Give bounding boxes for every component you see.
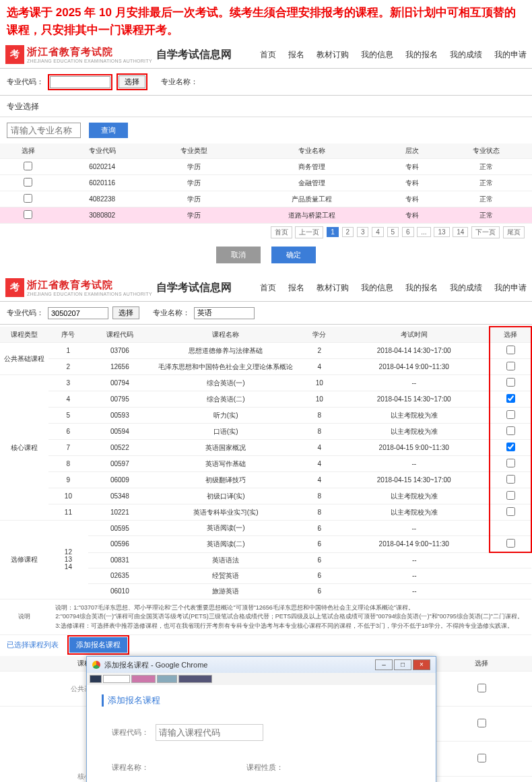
logo-badge: 考 [5,278,24,297]
popup-heading: 添加报名课程 [102,694,421,707]
major-search-input[interactable] [7,123,81,138]
course-checkbox[interactable] [477,754,486,762]
nav-myscore[interactable]: 我的成绩 [450,282,482,294]
field-code-label: 课程代码： [102,727,149,738]
course-code-input[interactable] [156,724,263,741]
page-num[interactable]: 6 [402,227,414,237]
course-checkbox[interactable] [506,459,515,467]
code-label: 专业代码： [7,308,44,318]
page-next[interactable]: 下一页 [471,226,500,238]
nav-signup[interactable]: 报名 [288,282,304,294]
org-name-en: ZHEJIANG EDUCATION EXAMINATIONS AUTHORIT… [27,59,152,63]
course-checkbox[interactable] [506,394,515,403]
col-select: 选择 [0,143,57,159]
nav-signup[interactable]: 报名 [288,49,304,61]
logo: 考 浙江省教育考试院 ZHEJIANG EDUCATION EXAMINATIO… [5,45,232,64]
add-course-popup: 添加报名课程 - Google Chrome – □ × 添加报名课程 课程代码… [86,656,436,782]
major-name-input[interactable] [194,307,255,319]
course-checkbox[interactable] [506,443,515,451]
logo-badge: 考 [5,45,24,64]
row-checkbox[interactable] [24,178,32,187]
nav-myapply[interactable]: 我的申请 [494,49,527,61]
course-checkbox[interactable] [506,507,515,516]
col-code: 专业代码 [57,143,148,159]
site-header-2: 考 浙江省教育考试院 ZHEJIANG EDUCATION EXAMINATIO… [0,275,532,300]
page-num[interactable]: 2 [342,227,354,237]
page-last[interactable]: 尾页 [503,226,525,238]
table-note: 说明：1:"03707毛泽东思想、邓小平理论和'三个代表'重要思想概论"可顶替"… [48,599,531,635]
nav-mysignup[interactable]: 我的报名 [405,282,438,294]
course-checkbox[interactable] [477,719,486,727]
row-checkbox[interactable] [24,210,32,219]
table-row: 6020214学历商务管理专科正常 [0,159,532,175]
page-num[interactable]: 1 [327,227,339,237]
popup-window-title: 添加报名课程 - Google Chrome [104,660,207,670]
name-label: 专业名称： [153,308,190,318]
course-checkbox[interactable] [477,684,486,692]
search-button[interactable]: 查询 [89,123,128,138]
site-header: 考 浙江省教育考试院 ZHEJIANG EDUCATION EXAMINATIO… [0,42,532,67]
popup-screenshot: 课程类型选择 公共基础课程30 核心课程7:00 30 7:00 30 选修课程… [0,656,532,782]
name-label: 专业名称： [161,77,198,87]
col-type: 专业类型 [148,143,240,159]
minimize-icon[interactable]: – [375,659,393,670]
nav-mysignup[interactable]: 我的报名 [405,49,438,61]
table-row: 3080802学历道路与桥梁工程专科正常 [0,207,532,224]
col-level: 层次 [384,143,440,159]
org-name: 浙江省教育考试院 [27,46,152,59]
maximize-icon[interactable]: □ [394,659,411,670]
nav-myapply[interactable]: 我的申请 [494,282,527,294]
select-major-button[interactable]: 选择 [119,75,145,88]
nav-myscore[interactable]: 我的成绩 [450,49,482,61]
pager: 首页 上一页 1 2 3 4 5 6 ... 13 14 下一页 尾页 [0,224,532,241]
code-label: 专业代码： [7,77,44,87]
row-checkbox[interactable] [24,162,32,170]
field-nature-label: 课程性质： [236,762,284,773]
major-table: 选择 专业代码 专业类型 专业名称 层次 专业状态 6020214学历商务管理专… [0,143,532,224]
close-icon[interactable]: × [413,659,430,670]
popup-titlebar: 添加报名课程 - Google Chrome – □ × [87,657,436,673]
confirm-button[interactable]: 确定 [271,247,316,263]
course-checkbox[interactable] [506,410,515,419]
major-form: 专业代码： 选择 专业名称： [0,70,532,94]
course-checkbox[interactable] [506,346,515,354]
nav-home[interactable]: 首页 [260,49,276,61]
course-checkbox[interactable] [506,426,515,435]
course-checkbox[interactable] [506,491,515,500]
page-prev[interactable]: 上一页 [295,226,323,238]
nav-books[interactable]: 教材订购 [317,49,349,61]
add-course-button[interactable]: 添加报名课程 [69,637,127,653]
select-major-button[interactable]: 选择 [112,306,139,319]
major-form-2: 专业代码： 选择 专业名称： [0,303,532,323]
nav-myinfo[interactable]: 我的信息 [361,49,393,61]
table-row: 6020116学历金融管理专科正常 [0,175,532,191]
page-num[interactable]: 13 [434,227,449,237]
nav-home[interactable]: 首页 [260,282,276,294]
nav-myinfo[interactable]: 我的信息 [361,282,393,294]
course-table: 课程类型 序号 课程代码 课程名称 学分 考试时间 选择 公共基础课程10370… [0,326,532,635]
intro-warning: 选考课于 2025 年 10 月安排最后一次考试。续考生须合理安排报考的课程。新… [0,0,532,42]
course-checkbox[interactable] [506,539,515,548]
nav-books[interactable]: 教材订购 [317,282,349,294]
row-checkbox[interactable] [24,194,32,203]
page-first[interactable]: 首页 [271,226,292,238]
page-ellipsis: ... [417,227,430,237]
site-name: 自学考试信息网 [156,48,232,62]
cancel-button[interactable]: 取消 [216,247,261,263]
selected-list-link[interactable]: 已选择课程列表 [0,636,65,654]
page-num[interactable]: 4 [372,227,384,237]
page-num[interactable]: 14 [453,227,468,237]
course-checkbox[interactable] [506,378,515,387]
major-select-title: 专业选择 [0,97,532,117]
org-name-en: ZHEJIANG EDUCATION EXAMINATIONS AUTHORIT… [27,292,152,296]
field-name-label: 课程名称： [102,762,149,773]
main-nav: 首页 报名 教材订购 我的信息 我的报名 我的成绩 我的申请 [260,282,527,294]
page-num[interactable]: 3 [357,227,369,237]
course-checkbox[interactable] [506,475,515,484]
course-checkbox[interactable] [506,362,515,370]
table-row: 4082238学历产品质量工程专科正常 [0,191,532,207]
browser-tabs [87,673,436,685]
page-num[interactable]: 5 [387,227,399,237]
major-code-input[interactable] [50,76,110,88]
major-code-input[interactable] [48,307,108,319]
